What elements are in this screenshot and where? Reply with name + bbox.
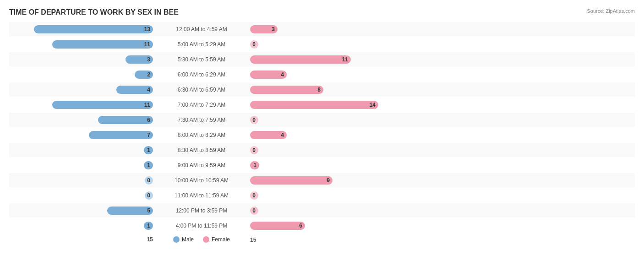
male-bar-label: 2: [147, 71, 150, 78]
table-row: 19:00 AM to 9:59 AM1: [9, 158, 635, 172]
male-bar: 4: [116, 86, 153, 94]
time-label: 8:00 AM to 8:29 AM: [156, 132, 247, 138]
table-row: 512:00 PM to 3:59 PM0: [9, 203, 635, 218]
male-bar-label: 11: [144, 102, 150, 108]
male-section: 2: [9, 71, 156, 79]
male-bar-label: 1: [147, 223, 150, 229]
male-bar-label: 5: [147, 207, 150, 214]
female-bar: 0: [250, 146, 258, 154]
female-bar: 3: [250, 25, 278, 33]
male-bar: 5: [107, 207, 153, 215]
time-label: 5:30 AM to 5:59 AM: [156, 56, 247, 63]
male-section: 4: [9, 86, 156, 94]
table-row: 67:30 AM to 7:59 AM0: [9, 113, 635, 127]
table-row: 18:30 AM to 8:59 AM0: [9, 143, 635, 157]
male-bar: 7: [89, 131, 153, 139]
male-bar: 0: [145, 176, 153, 185]
legend-female: Female: [203, 236, 230, 243]
time-label: 12:00 AM to 4:59 AM: [156, 26, 247, 33]
time-label: 6:00 AM to 6:29 AM: [156, 71, 247, 78]
female-bar: 4: [250, 71, 287, 79]
table-row: 35:30 AM to 5:59 AM11: [9, 52, 635, 66]
time-label: 8:30 AM to 8:59 AM: [156, 147, 247, 153]
male-bar: 1: [144, 146, 153, 154]
time-label: 12:00 PM to 3:59 PM: [156, 207, 247, 214]
female-section: 0: [247, 40, 394, 49]
female-bar: 4: [250, 131, 287, 139]
male-bar-label: 0: [147, 192, 150, 199]
female-bar-label: 0: [252, 41, 256, 48]
female-bar-label: 0: [252, 192, 256, 199]
legend-female-label: Female: [212, 236, 230, 243]
male-bar-label: 0: [147, 177, 150, 184]
male-dot: [173, 236, 180, 243]
chart-area: 1312:00 AM to 4:59 AM3115:00 AM to 5:29 …: [9, 22, 635, 233]
male-section: 1: [9, 146, 156, 154]
male-bar-label: 6: [147, 117, 150, 123]
female-bar-label: 4: [281, 132, 284, 138]
male-bar-label: 3: [147, 56, 150, 63]
table-row: 1312:00 AM to 4:59 AM3: [9, 22, 635, 36]
female-bar: 11: [250, 55, 351, 64]
male-bar-label: 1: [147, 147, 150, 153]
legend: Male Female: [156, 236, 247, 243]
female-dot: [203, 236, 209, 243]
female-bar-label: 8: [317, 87, 321, 93]
axis-right-value: 15: [250, 237, 256, 243]
male-bar: 1: [144, 222, 153, 230]
female-bar: 0: [250, 191, 258, 200]
time-label: 6:30 AM to 6:59 AM: [156, 87, 247, 93]
male-bar: 11: [52, 101, 153, 109]
male-bar: 3: [126, 55, 153, 64]
female-section: 14: [247, 101, 394, 109]
male-bar: 11: [52, 40, 153, 49]
female-bar-label: 4: [281, 71, 284, 78]
male-section: 0: [9, 176, 156, 185]
female-bar: 9: [250, 176, 333, 185]
male-section: 11: [9, 101, 156, 109]
male-bar-label: 4: [147, 87, 150, 93]
table-row: 46:30 AM to 6:59 AM8: [9, 82, 635, 97]
female-section: 8: [247, 86, 394, 94]
male-section: 3: [9, 55, 156, 64]
male-section: 7: [9, 131, 156, 139]
female-bar-label: 3: [272, 26, 275, 33]
female-section: 0: [247, 207, 394, 215]
male-section: 6: [9, 116, 156, 124]
female-section: 11: [247, 55, 394, 64]
time-label: 7:30 AM to 7:59 AM: [156, 117, 247, 123]
male-section: 13: [9, 25, 156, 33]
male-bar-label: 1: [147, 162, 150, 169]
male-section: 0: [9, 191, 156, 200]
time-label: 4:00 PM to 11:59 PM: [156, 223, 247, 229]
time-label: 11:00 AM to 11:59 AM: [156, 192, 247, 199]
male-bar: 2: [135, 71, 153, 79]
axis-right: 15: [247, 235, 394, 244]
chart-title: TIME OF DEPARTURE TO WORK BY SEX IN BEE: [9, 8, 635, 16]
female-bar-label: 0: [252, 117, 256, 123]
male-bar-label: 11: [144, 41, 150, 48]
table-row: 78:00 AM to 8:29 AM4: [9, 128, 635, 142]
axis-left: 15: [9, 236, 156, 243]
female-section: 4: [247, 71, 394, 79]
female-bar: 14: [250, 101, 378, 109]
table-row: 010:00 AM to 10:59 AM9: [9, 173, 635, 187]
time-label: 5:00 AM to 5:29 AM: [156, 41, 247, 48]
female-section: 0: [247, 116, 394, 124]
female-section: 0: [247, 191, 394, 200]
female-bar-label: 11: [342, 56, 348, 63]
female-bar-label: 6: [299, 223, 302, 229]
female-section: 0: [247, 146, 394, 154]
legend-male: Male: [173, 236, 194, 243]
chart-container: TIME OF DEPARTURE TO WORK BY SEX IN BEE …: [0, 0, 644, 272]
female-section: 6: [247, 222, 394, 230]
male-section: 11: [9, 40, 156, 49]
male-bar-label: 7: [147, 132, 150, 138]
axis-left-value: 15: [147, 236, 153, 243]
male-section: 5: [9, 207, 156, 215]
female-bar: 0: [250, 40, 258, 49]
table-row: 14:00 PM to 11:59 PM6: [9, 218, 635, 233]
female-bar-label: 0: [252, 147, 256, 153]
male-section: 1: [9, 222, 156, 230]
table-row: 115:00 AM to 5:29 AM0: [9, 37, 635, 51]
